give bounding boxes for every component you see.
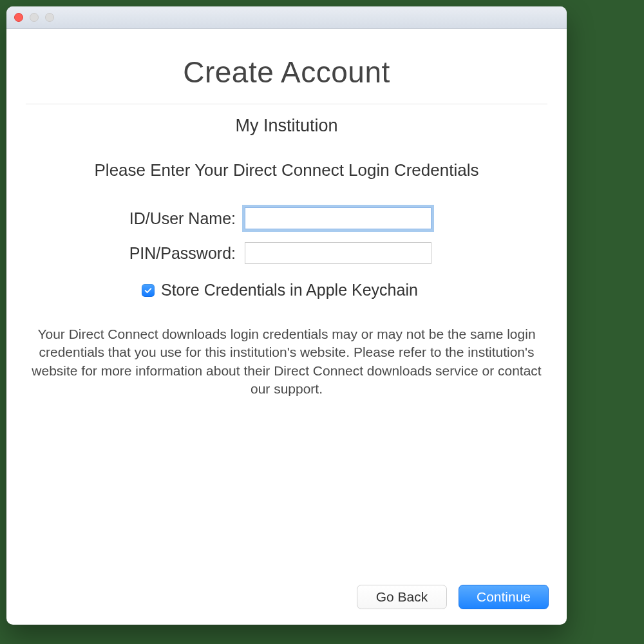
credentials-form: ID/User Name: PIN/Password: [26, 207, 547, 264]
go-back-button[interactable]: Go Back [357, 585, 447, 609]
continue-button[interactable]: Continue [459, 585, 549, 609]
dialog-footer: Go Back Continue [357, 585, 549, 609]
username-label: ID/User Name: [26, 209, 245, 228]
window-close-icon[interactable] [14, 13, 23, 22]
page-title: Create Account [26, 55, 547, 90]
username-field[interactable] [245, 207, 431, 229]
password-label: PIN/Password: [26, 244, 245, 263]
credentials-prompt: Please Enter Your Direct Connect Login C… [26, 160, 547, 180]
window-titlebar [6, 6, 567, 29]
dialog-window: Create Account My Institution Please Ent… [6, 6, 567, 625]
credentials-note: Your Direct Connect downloads login cred… [26, 325, 547, 398]
keychain-checkbox[interactable] [142, 284, 155, 297]
checkmark-icon [144, 286, 153, 295]
institution-name: My Institution [26, 116, 547, 136]
dialog-content: Create Account My Institution Please Ent… [6, 29, 567, 398]
divider [26, 104, 547, 104]
window-minimize-icon[interactable] [30, 13, 39, 22]
window-zoom-icon[interactable] [45, 13, 54, 22]
password-field[interactable] [245, 242, 431, 264]
keychain-row: Store Credentials in Apple Keychain [142, 281, 547, 299]
keychain-label: Store Credentials in Apple Keychain [161, 281, 418, 299]
